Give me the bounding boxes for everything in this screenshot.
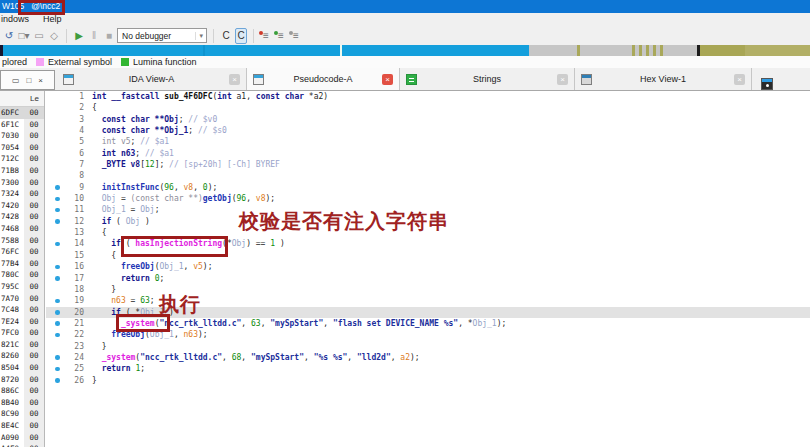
function-row[interactable]: 826000 (0, 350, 44, 362)
function-row[interactable]: A09000 (0, 432, 44, 444)
code-line[interactable]: 10 Obj = (const char **)getObj(96, v8); (46, 193, 810, 204)
pseudocode-pane[interactable]: 1int __fastcall sub_4F6DFC(int a1, const… (46, 91, 810, 447)
function-row[interactable]: 780C00 (0, 269, 44, 281)
nav-segment[interactable] (529, 45, 577, 56)
code-line[interactable]: 16 freeObj(Obj_1, v5); (46, 261, 810, 272)
function-row[interactable]: 821C00 (0, 339, 44, 351)
tab-hex-view-1[interactable]: Hex View-1× (575, 68, 752, 90)
functions-column-header[interactable]: Le (0, 91, 44, 107)
function-row[interactable]: 7FC000 (0, 327, 44, 339)
code-line[interactable]: 2{ (46, 102, 810, 113)
code-line[interactable]: 4 const char **Obj_1; // $s0 (46, 125, 810, 136)
function-row[interactable]: 8C9000 (0, 408, 44, 420)
code-line[interactable]: 25 return 1; (46, 363, 810, 374)
function-row[interactable]: 703000 (0, 130, 44, 142)
hex-tab-icon (581, 74, 592, 85)
tab-close-icon[interactable]: × (382, 74, 393, 85)
function-row[interactable]: 8E4C00 (0, 420, 44, 432)
function-row[interactable]: A4F000 (0, 443, 44, 447)
float-window-icon[interactable]: □ (27, 76, 32, 85)
toolbar[interactable]: ↺□▾▭◇ ▶‖■ No debugger ▾ CC ≡≡≡ (0, 26, 810, 45)
title-bar[interactable]: W105@\ncc2 (0, 0, 810, 13)
tab-pseudocode-a[interactable]: Pseudocode-A× (247, 68, 400, 90)
function-row[interactable]: 730000 (0, 177, 44, 189)
function-address: 821C (0, 339, 24, 351)
code-line[interactable]: 5 int v5; // $a1 (46, 136, 810, 147)
nav-segment[interactable] (3, 45, 203, 56)
nav-segment[interactable] (342, 45, 529, 56)
stop-debug-icon[interactable]: ■ (103, 29, 115, 43)
bookmark-icon[interactable]: ◇ (48, 29, 60, 43)
pseudocode-c-icon[interactable]: C (235, 28, 247, 44)
function-row[interactable]: 850400 (0, 362, 44, 374)
function-row[interactable]: 705400 (0, 142, 44, 154)
function-row[interactable]: 7A7000 (0, 293, 44, 305)
function-row[interactable]: 71B800 (0, 165, 44, 177)
function-row[interactable]: 742000 (0, 200, 44, 212)
function-row[interactable]: 8B4000 (0, 397, 44, 409)
code-dot-icon (55, 333, 60, 338)
close-panel-icon[interactable]: × (38, 76, 43, 85)
chevron-down-icon[interactable]: ▾ (195, 32, 206, 40)
code-line[interactable]: 7 _BYTE v8[12]; // [sp+20h] [-Ch] BYREF (46, 159, 810, 170)
line-number: 16 (64, 261, 84, 272)
pause-debug-icon[interactable]: ‖ (88, 29, 100, 43)
code-line[interactable]: 8 (46, 170, 810, 181)
function-row[interactable]: 7E2400 (0, 316, 44, 328)
code-line[interactable]: 1int __fastcall sub_4F6DFC(int a1, const… (46, 91, 810, 102)
tab-close-icon[interactable]: × (734, 74, 745, 85)
nav-segment[interactable] (745, 45, 810, 56)
function-row[interactable]: 732400 (0, 188, 44, 200)
line-number: 22 (64, 329, 84, 340)
function-row[interactable]: 758800 (0, 235, 44, 247)
function-row[interactable]: 712C00 (0, 153, 44, 165)
line-number: 7 (64, 159, 84, 170)
function-row[interactable]: 77B400 (0, 258, 44, 270)
nav-segment[interactable] (205, 45, 340, 56)
function-row[interactable]: 872000 (0, 374, 44, 386)
tab-strings[interactable]: Strings× (400, 68, 575, 90)
struct-list-green-icon[interactable]: ≡ (275, 29, 287, 43)
function-row[interactable]: 6F1C00 (0, 119, 44, 131)
window-list-dropdown-icon[interactable]: □▾ (18, 29, 30, 43)
function-row[interactable]: 742800 (0, 211, 44, 223)
nav-segment[interactable] (663, 45, 697, 56)
function-row[interactable]: 7C4800 (0, 304, 44, 316)
function-row[interactable]: 76FC00 (0, 246, 44, 258)
code-dot-icon (55, 242, 60, 247)
function-row[interactable]: 6DFC00 (0, 107, 44, 119)
debugger-select-value: No debugger (122, 31, 171, 41)
code-line[interactable]: 23 } (46, 341, 810, 352)
quick-c-icon[interactable]: C (220, 29, 232, 43)
code-line[interactable]: 9 initInstFunc(96, v8, 0); (46, 182, 810, 193)
function-row[interactable]: 886C00 (0, 385, 44, 397)
code-line[interactable]: 17 return 0; (46, 273, 810, 284)
function-address: 8260 (0, 350, 24, 362)
struct-list-red-icon[interactable]: ≡ (260, 29, 272, 43)
tab-close-icon[interactable]: × (557, 74, 568, 85)
tab-ida-view-a[interactable]: IDA View-A× (57, 68, 247, 90)
code-line[interactable]: 6 int n63; // $a1 (46, 148, 810, 159)
refresh-icon[interactable]: ↺ (3, 29, 15, 43)
toolbar-group-lists: ≡≡≡ (260, 29, 302, 43)
start-debug-icon[interactable]: ▶ (73, 29, 85, 43)
code-line[interactable]: 26} (46, 375, 810, 386)
nav-segment[interactable] (580, 45, 632, 56)
window-info-icon[interactable] (761, 78, 773, 90)
code-line[interactable]: 24 _system("ncc_rtk_lltdd.c", 68, "mySpS… (46, 352, 810, 363)
tab-close-icon[interactable]: × (229, 74, 240, 85)
code-line[interactable]: 3 const char **Obj; // $v0 (46, 114, 810, 125)
functions-panel[interactable]: Le 6DFC006F1C00703000705400712C0071B8007… (0, 91, 45, 447)
function-row[interactable]: 746800 (0, 223, 44, 235)
dock-controls[interactable]: ▭□× (0, 70, 55, 90)
frame-icon[interactable]: ▭ (33, 29, 45, 43)
navigation-band[interactable] (0, 45, 810, 56)
restore-window-icon[interactable]: ▭ (12, 76, 20, 85)
menu-bar[interactable]: indows Help (0, 13, 810, 26)
struct-list-gray-icon[interactable]: ≡ (290, 29, 302, 43)
function-row[interactable]: 795C00 (0, 281, 44, 293)
function-length: 00 (24, 443, 44, 447)
nav-segment[interactable] (700, 45, 745, 56)
debugger-select[interactable]: No debugger ▾ (117, 28, 207, 43)
code-text: int v5; // $a1 (92, 136, 169, 147)
